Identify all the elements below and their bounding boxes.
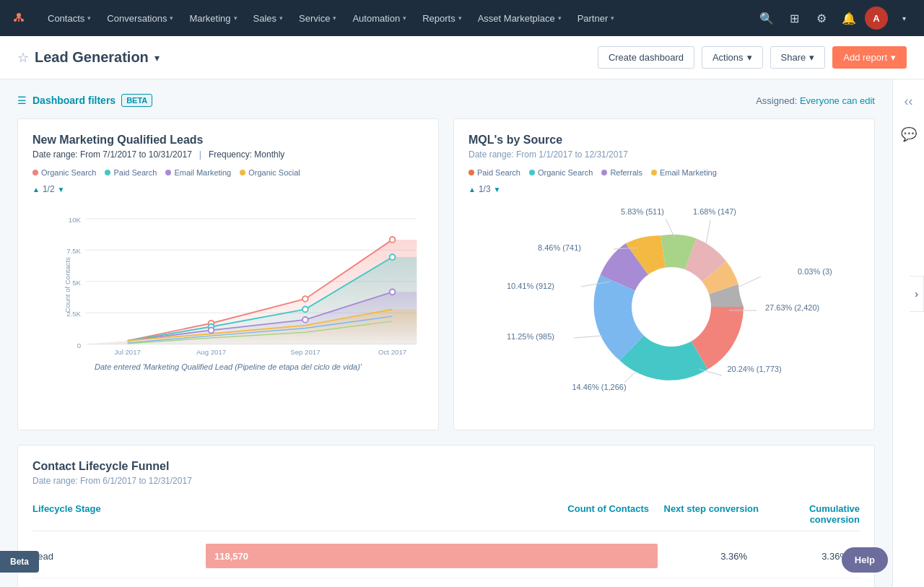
- assigned-link[interactable]: Everyone can edit: [800, 95, 875, 106]
- top-nav: Contacts ▾ Conversations ▾ Marketing ▾ S…: [0, 0, 924, 36]
- beta-badge: BETA: [121, 94, 152, 107]
- title-dropdown-icon[interactable]: ▾: [154, 52, 160, 64]
- chevron-down-icon: ▾: [809, 52, 814, 63]
- funnel-title: Contact Lifecycle Funnel: [32, 460, 860, 473]
- funnel-table-header: Lifecycle Stage Count of Contacts Next s…: [32, 497, 860, 531]
- svg-point-24: [390, 237, 396, 243]
- svg-point-31: [632, 267, 711, 347]
- filter-label[interactable]: Dashboard filters: [32, 95, 116, 106]
- chat-icon[interactable]: 💬: [895, 121, 923, 148]
- nav-item-contacts[interactable]: Contacts ▾: [40, 9, 98, 28]
- settings-icon[interactable]: ⚙: [810, 6, 833, 30]
- avatar[interactable]: A: [865, 6, 888, 30]
- svg-line-44: [574, 336, 603, 338]
- svg-text:0.03% (3): 0.03% (3): [798, 267, 832, 276]
- svg-line-49: [739, 277, 761, 287]
- donut-chart-svg: 27.63% (2,420) 20.24% (1,773) 14.46% (1,…: [468, 199, 860, 415]
- nav-items: Contacts ▾ Conversations ▾ Marketing ▾ S…: [40, 9, 755, 28]
- sub-header: ☆ Lead Generation ▾ Create dashboard Act…: [0, 36, 924, 79]
- svg-point-1: [14, 19, 17, 22]
- chevron-down-icon: ▾: [279, 14, 283, 22]
- svg-line-43: [624, 372, 635, 383]
- funnel-header-count: Count of Contacts: [206, 503, 658, 525]
- chart1-legend: Organic Search Paid Search Email Marketi…: [32, 168, 424, 177]
- chevron-down-icon: ▾: [403, 14, 406, 22]
- chart2-legend: Paid Search Organic Search Referrals Ema…: [468, 168, 860, 177]
- sub-header-actions: Create dashboard Actions ▾ Share ▾ Add r…: [598, 46, 907, 69]
- right-side-panel: ‹‹ 💬: [892, 79, 924, 587]
- svg-text:Oct 2017: Oct 2017: [378, 348, 406, 356]
- svg-text:20.24% (1,773): 20.24% (1,773): [727, 365, 781, 373]
- share-button[interactable]: Share ▾: [770, 46, 826, 69]
- funnel-row-mql: Marketing Qualified Lead 3,984 42.22% 1.…: [32, 578, 860, 587]
- next-page-icon[interactable]: ▼: [494, 186, 501, 194]
- chevron-down-icon: ▾: [611, 14, 614, 22]
- account-chevron[interactable]: ▾: [892, 6, 915, 30]
- legend-dot: [165, 170, 171, 175]
- svg-text:Aug 2017: Aug 2017: [196, 348, 226, 356]
- marketplace-icon[interactable]: ⊞: [783, 6, 806, 30]
- help-floating-button[interactable]: Help: [842, 547, 888, 573]
- legend-dot: [105, 170, 110, 175]
- notifications-icon[interactable]: 🔔: [837, 6, 860, 30]
- svg-text:Sep 2017: Sep 2017: [290, 348, 320, 356]
- next-panel-button[interactable]: ›: [910, 276, 924, 312]
- svg-text:8.46% (741): 8.46% (741): [538, 243, 581, 252]
- svg-text:5.83% (511): 5.83% (511): [621, 207, 664, 216]
- search-button[interactable]: 🔍: [755, 6, 778, 30]
- actions-button[interactable]: Actions ▾: [702, 46, 763, 69]
- nav-item-automation[interactable]: Automation ▾: [345, 9, 414, 28]
- beta-floating-button[interactable]: Beta: [0, 551, 39, 573]
- funnel-card: Contact Lifecycle Funnel Date range: Fro…: [17, 445, 875, 587]
- next-page-icon[interactable]: ▼: [58, 186, 65, 194]
- svg-text:27.63% (2,420): 27.63% (2,420): [765, 303, 819, 312]
- svg-point-30: [390, 289, 396, 295]
- prev-page-icon[interactable]: ▲: [468, 186, 476, 194]
- chart1-page-indicator: ▲ 1/2 ▼: [32, 184, 424, 194]
- svg-text:11.25% (985): 11.25% (985): [507, 332, 554, 341]
- legend-referrals: Referrals: [601, 168, 642, 177]
- collapse-panel-icon[interactable]: ‹‹: [899, 88, 919, 115]
- legend-item-email-marketing: Email Marketing: [165, 168, 231, 177]
- assigned-label: Assigned:: [756, 95, 797, 106]
- chevron-down-icon: ▾: [333, 14, 336, 22]
- legend-dot: [601, 170, 607, 175]
- nav-item-sales[interactable]: Sales ▾: [246, 9, 291, 28]
- funnel-next-step-lead: 3.36%: [658, 551, 759, 562]
- svg-text:Jul 2017: Jul 2017: [114, 348, 140, 356]
- svg-text:7.5K: 7.5K: [66, 247, 81, 255]
- nav-item-conversations[interactable]: Conversations ▾: [100, 9, 180, 28]
- content-area: ☰ Dashboard filters BETA Assigned: Every…: [0, 79, 924, 587]
- favorite-icon[interactable]: ☆: [17, 50, 29, 66]
- legend-email-marketing: Email Marketing: [651, 168, 717, 177]
- funnel-stage-lead: Lead: [32, 551, 206, 562]
- create-dashboard-button[interactable]: Create dashboard: [598, 46, 694, 69]
- nav-item-service[interactable]: Service ▾: [292, 9, 344, 28]
- mql-source-chart-card: MQL's by Source Date range: From 1/1/201…: [453, 118, 875, 430]
- chart2-title: MQL's by Source: [468, 134, 860, 147]
- prev-page-icon[interactable]: ▲: [32, 186, 40, 194]
- svg-point-23: [302, 296, 308, 302]
- page-title-area: ☆ Lead Generation ▾: [17, 49, 160, 66]
- nav-item-marketing[interactable]: Marketing ▾: [182, 9, 244, 28]
- legend-organic-search: Organic Search: [529, 168, 593, 177]
- nav-item-reports[interactable]: Reports ▾: [415, 9, 469, 28]
- nav-item-partner[interactable]: Partner ▾: [570, 9, 622, 28]
- hubspot-logo[interactable]: [9, 8, 29, 28]
- funnel-header-stage: Lifecycle Stage: [32, 503, 206, 525]
- chevron-down-icon: ▾: [170, 14, 173, 22]
- legend-dot: [529, 170, 535, 175]
- legend-item-organic-search: Organic Search: [32, 168, 96, 177]
- funnel-row-lead: Lead 118,570 3.36% 3.36%: [32, 534, 860, 578]
- chevron-down-icon: ▾: [458, 14, 462, 22]
- legend-paid-search: Paid Search: [468, 168, 520, 177]
- svg-line-48: [706, 220, 710, 244]
- add-report-button[interactable]: Add report ▾: [832, 46, 907, 69]
- funnel-bar-container-lead: 118,570: [206, 542, 658, 570]
- chevron-down-icon: ▾: [87, 14, 91, 22]
- legend-item-paid-search: Paid Search: [105, 168, 157, 177]
- svg-text:Count of Contacts: Count of Contacts: [64, 257, 71, 313]
- funnel-subtitle: Date range: From 6/1/2017 to 12/31/2017: [32, 476, 860, 486]
- chevron-down-icon: ▾: [891, 52, 896, 63]
- nav-item-asset-marketplace[interactable]: Asset Marketplace ▾: [471, 9, 569, 28]
